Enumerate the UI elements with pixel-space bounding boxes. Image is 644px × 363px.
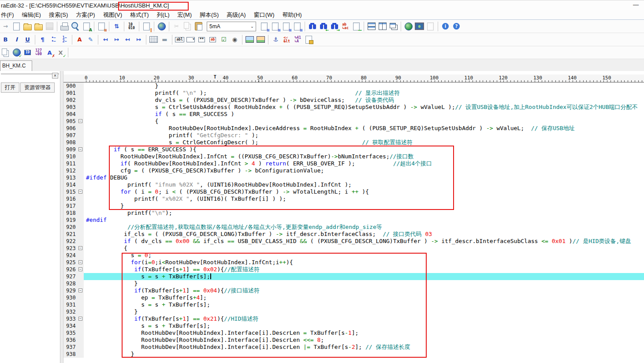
code-line[interactable]: 914 printf( "ifnum %02X ", (UINT16)RootH… — [63, 181, 644, 188]
fold-collapse-icon[interactable]: − — [78, 147, 82, 151]
code-line[interactable]: 926− if(TxBuffer[s+1] == 0x02){//配置描述符 — [63, 266, 644, 273]
menu-item-5[interactable]: 格式(T) — [126, 10, 153, 20]
code-line[interactable]: 909− if ( s == ERR_SUCCESS ){ — [63, 146, 644, 153]
globe-icon[interactable] — [403, 21, 414, 32]
code-line[interactable]: 907 printf( "GetCfgDescr: " ); — [63, 132, 644, 139]
panel-tab-explorer[interactable]: 资源管理器 — [20, 82, 55, 93]
label-field-icon[interactable]: ab — [207, 34, 218, 45]
text-field-icon[interactable]: abl — [174, 34, 185, 45]
menu-item-7[interactable]: 宏(M) — [173, 10, 196, 20]
code-line[interactable]: 931 s = s + TxBuffer[s]; — [63, 301, 644, 308]
combo-field-icon[interactable] — [185, 34, 196, 45]
code-line[interactable]: 933− if(TxBuffer[s+1] == 0x21){//HID描述符 — [63, 315, 644, 322]
char-code-icon[interactable]: %41 ↳A — [292, 34, 303, 45]
menu-item-10[interactable]: 窗口(W) — [250, 10, 279, 20]
favorites-combobox[interactable]: 5mA⌄ — [207, 22, 256, 31]
code-line[interactable]: 910 RootHubDev[RootHubIndex].InfCnt = ((… — [63, 153, 644, 160]
font-color-icon[interactable]: A — [74, 34, 85, 45]
format-para-2-icon[interactable]: ≡ — [270, 21, 281, 32]
menu-item-4[interactable]: 视图(V) — [99, 10, 126, 20]
code-line-highlighted[interactable]: 927 s = s + TxBuffer[s]; — [63, 273, 644, 280]
cut-icon[interactable]: ✂ — [171, 21, 182, 32]
code-line[interactable]: 903 s = CtrlSetUsbAddress( RootHubIndex … — [63, 104, 644, 111]
panel-tab-open[interactable]: 打开 — [1, 82, 19, 93]
column-mode-icon[interactable]: ‖ — [141, 21, 152, 32]
code-line[interactable]: 916 printf( "x%02X ", (UINT16)( TxBuffer… — [63, 195, 644, 202]
password-field-icon[interactable]: ** — [196, 34, 207, 45]
spell-check-icon[interactable]: A — [81, 21, 92, 32]
code-line[interactable]: 928 } — [63, 280, 644, 287]
table-icon[interactable] — [148, 34, 159, 45]
fold-collapse-icon[interactable]: − — [78, 190, 82, 194]
underline-icon[interactable]: U — [22, 34, 33, 45]
code-line[interactable]: 913#ifdef DEBUG — [63, 174, 644, 181]
menu-item-2[interactable]: 搜索(S) — [45, 10, 72, 20]
find-prev-icon[interactable]: ← — [318, 21, 329, 32]
replace-in-files-icon[interactable]: — — [351, 21, 362, 32]
format-para-1-icon[interactable]: ≡ — [259, 21, 270, 32]
anchor-icon[interactable]: ⚓ — [270, 34, 281, 45]
code-line[interactable]: 915− for ( i = 0; i < ( (PXUSB_CFG_DESCR… — [63, 188, 644, 195]
code-line[interactable]: 937 RootHubDev[RootHubIndex].Interface[i… — [63, 344, 644, 351]
code-line[interactable]: 923− { — [63, 245, 644, 252]
code-line[interactable]: 908 s = CtrlGetConfigDescr( ); // 获取配置描述… — [63, 139, 644, 146]
code-line[interactable]: 936 RootHubDev[RootHubIndex].Interface[i… — [63, 337, 644, 344]
fold-collapse-icon[interactable]: − — [78, 288, 82, 292]
code-line[interactable]: 930 ep = TxBuffer[s+4]; — [63, 294, 644, 301]
find-next-icon[interactable]: → — [329, 21, 340, 32]
nav-forward-icon[interactable]: → — [0, 21, 11, 32]
chevron-down-icon[interactable]: ⌄ — [249, 24, 256, 29]
image-icon[interactable] — [244, 34, 255, 45]
bullet-list-icon[interactable]: •— •— — [48, 34, 59, 45]
copy-icon[interactable] — [182, 21, 193, 32]
bold-icon[interactable]: B — [0, 34, 11, 45]
horizontal-rule-icon[interactable]: ▬ — [159, 34, 170, 45]
menu-item-3[interactable]: 方案(P) — [72, 10, 99, 20]
format-para-4-icon[interactable]: ≡ — [292, 21, 303, 32]
picture-icon[interactable] — [255, 34, 266, 45]
minimize-button[interactable]: — — [633, 1, 639, 8]
fold-collapse-icon[interactable]: − — [78, 119, 82, 123]
code-line[interactable]: 925− for(i=0;i<RootHubDev[RootHubIndex].… — [63, 259, 644, 266]
editor-area[interactable]: 0102030405060708090100110120130140150T 9… — [63, 71, 644, 363]
doc-properties-icon[interactable] — [425, 21, 436, 32]
checkbox-icon[interactable]: ☑ — [218, 34, 229, 45]
panel-header[interactable]: × — [1, 74, 59, 80]
fold-collapse-icon[interactable]: − — [78, 260, 82, 264]
code-line[interactable]: 906 RootHubDev[RootHubIndex].DeviceAddre… — [63, 125, 644, 132]
panel-splitter[interactable] — [60, 71, 63, 363]
code-line[interactable]: 905− { — [63, 118, 644, 125]
code-line[interactable]: 932 } — [63, 308, 644, 315]
paste-icon[interactable] — [193, 21, 204, 32]
html-validate-icon[interactable]: ✓ — [11, 47, 22, 58]
outdent-block-icon[interactable]: ↤ — [122, 34, 133, 45]
special-char-icon[interactable]: <⏎ &lt — [281, 34, 292, 45]
replace-icon[interactable]: ab ↳ac — [340, 21, 351, 32]
paragraph-marks-icon[interactable]: ¶ — [37, 34, 48, 45]
indent-line-icon[interactable]: ↦ — [111, 34, 122, 45]
code-line[interactable]: 912 cfg = ( (PXUSB_CFG_DESCR)TxBuffer ) … — [63, 167, 644, 174]
open-file-icon[interactable] — [22, 21, 33, 32]
print-preview-icon[interactable] — [70, 21, 81, 32]
code-line[interactable]: 901 printf( "\n" ); // 显示出描述符 — [63, 90, 644, 97]
code-line[interactable]: 911 if( RootHubDev[RootHubIndex].InfCnt … — [63, 160, 644, 167]
hex-mode-icon[interactable]: 10 010 — [126, 21, 137, 32]
help-icon[interactable]: ? — [451, 21, 462, 32]
code-line[interactable]: 900 } — [63, 82, 644, 90]
italic-icon[interactable]: I — [11, 34, 22, 45]
quick-open-icon[interactable] — [33, 21, 44, 32]
panel-close-icon[interactable]: × — [52, 73, 58, 79]
indent-block-icon[interactable]: ↦ — [133, 34, 144, 45]
id-attribute-icon[interactable]: ID — [22, 47, 33, 58]
sort-icon[interactable]: ⇅ — [111, 21, 122, 32]
code-line[interactable]: 922 if ( dv_cls == 0x00 && if_cls == USB… — [63, 238, 644, 245]
code-line[interactable]: 917 } — [63, 202, 644, 210]
code-line[interactable]: 935 RootHubDev[RootHubIndex].Interface[i… — [63, 329, 644, 337]
code-line[interactable]: 902 dv_cls = ( (PXUSB_DEV_DESCR)TxBuffer… — [63, 97, 644, 104]
find-icon[interactable] — [307, 21, 318, 32]
fold-collapse-icon[interactable]: − — [78, 267, 82, 271]
code-line[interactable]: 934 s = s + TxBuffer[s]; — [63, 322, 644, 329]
tile-horizontal-icon[interactable] — [366, 21, 377, 32]
fold-collapse-icon[interactable]: − — [78, 246, 82, 250]
code-line[interactable]: 919#endif — [63, 217, 644, 224]
